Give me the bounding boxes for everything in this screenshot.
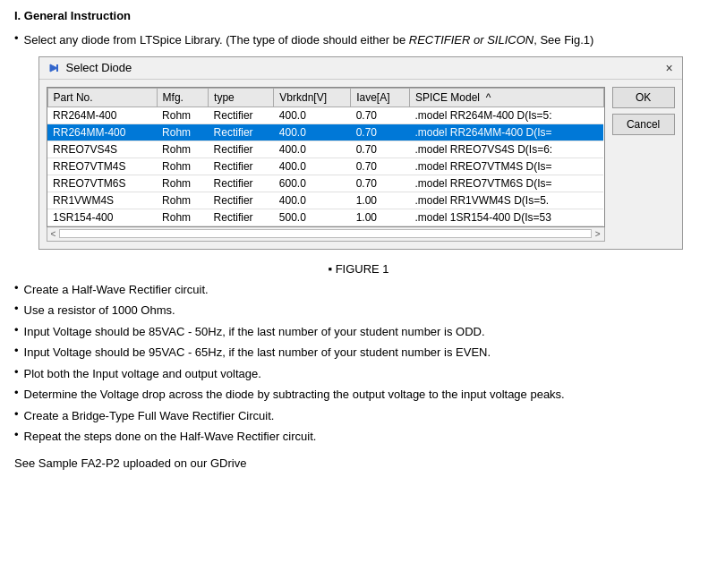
col-mfg: Mfg. [157, 88, 209, 107]
table-cell: 0.70 [351, 141, 410, 158]
table-row[interactable]: RREO7VTM4SRohmRectifier400.00.70.model R… [47, 158, 603, 175]
table-cell: Rectifier [209, 124, 274, 141]
footer-note: See Sample FA2-P2 uploaded on our GDrive [14, 456, 703, 470]
table-cell: Rohm [157, 107, 209, 124]
table-cell: Rectifier [209, 107, 274, 124]
table-cell: 1.00 [351, 192, 410, 209]
dialog-titlebar: Select Diode × [39, 57, 682, 80]
bullet-text: Input Voltage should be 85VAC - 50Hz, if… [24, 323, 485, 341]
table-cell: Rohm [157, 175, 209, 192]
bullet-text: Determine the Voltage drop across the di… [24, 386, 565, 404]
bullet-text: Create a Half-Wave Rectifier circuit. [24, 281, 209, 299]
col-part-no: Part No. [47, 88, 157, 107]
bullet-text: Plot both the Input voltage and output v… [24, 365, 261, 383]
bullet-text: Input Voltage should be 95VAC - 65Hz, if… [24, 344, 491, 362]
table-cell: .model RREO7VS4S D(Is=6: [409, 141, 603, 158]
bullet-symbol: • [14, 365, 19, 379]
bullet-item: •Create a Half-Wave Rectifier circuit. [14, 281, 703, 299]
bullet-text: Repeat the steps done on the Half-Wave R… [24, 428, 317, 446]
table-cell: Rectifier [209, 141, 274, 158]
intro-bullet-item: • Select any diode from LTSpice Library.… [14, 31, 703, 257]
bullet-symbol: • [14, 302, 19, 315]
table-cell: 500.0 [274, 209, 351, 226]
bullet-symbol: • [14, 323, 19, 337]
bullet-symbol: • [14, 428, 19, 441]
bullet-text: Create a Bridge-Type Full Wave Rectifier… [24, 407, 275, 425]
col-type: type [209, 88, 274, 107]
bullet-symbol: • [14, 407, 19, 421]
bullet-item: •Input Voltage should be 95VAC - 65Hz, i… [14, 344, 703, 362]
table-cell: RREO7VS4S [47, 141, 157, 158]
table-cell: Rectifier [209, 209, 274, 226]
table-cell: Rohm [157, 209, 209, 226]
table-row[interactable]: RR264M-400RohmRectifier400.00.70.model R… [47, 107, 603, 124]
table-cell: RREO7VTM4S [47, 158, 157, 175]
diode-table: Part No. Mfg. type Vbrkdn[V] Iave[A] SPI… [47, 88, 604, 226]
bullet-item: •Create a Bridge-Type Full Wave Rectifie… [14, 407, 703, 425]
bullet-symbol: • [14, 386, 19, 399]
table-cell: 1.00 [351, 209, 410, 226]
bullets-container: •Create a Half-Wave Rectifier circuit.•U… [14, 281, 703, 446]
table-cell: Rectifier [209, 192, 274, 209]
table-cell: .model RREO7VTM6S D(Is= [409, 175, 603, 192]
svg-marker-0 [50, 64, 57, 72]
col-iave: Iave[A] [351, 88, 410, 107]
figure-caption: ▪ FIGURE 1 [14, 262, 703, 276]
bullet-symbol: • [14, 281, 19, 294]
table-row[interactable]: RREO7VS4SRohmRectifier400.00.70.model RR… [47, 141, 603, 158]
bullet-dot: • [14, 31, 19, 45]
table-row[interactable]: RR1VWM4SRohmRectifier400.01.00.model RR1… [47, 192, 603, 209]
scroll-left-arrow[interactable]: < [51, 229, 56, 239]
cancel-button[interactable]: Cancel [612, 114, 675, 135]
table-cell: .model RR264MM-400 D(Is= [409, 124, 603, 141]
diode-icon [47, 61, 61, 75]
intro-text: Select any diode from LTSpice Library. (… [24, 33, 594, 47]
table-cell: 0.70 [351, 175, 410, 192]
col-vbrkdn: Vbrkdn[V] [274, 88, 351, 107]
table-body[interactable]: RR264M-400RohmRectifier400.00.70.model R… [47, 107, 603, 226]
bullet-item: •Use a resistor of 1000 Ohms. [14, 302, 703, 320]
bullet-text: Use a resistor of 1000 Ohms. [24, 302, 175, 320]
table-cell: 1SR154-400 [47, 209, 157, 226]
table-cell: Rohm [157, 158, 209, 175]
scroll-right-arrow[interactable]: > [595, 229, 601, 239]
table-cell: Rohm [157, 124, 209, 141]
dialog-table-area: Part No. Mfg. type Vbrkdn[V] Iave[A] SPI… [47, 87, 605, 242]
dialog-buttons: OK Cancel [612, 87, 675, 242]
bullet-item: •Plot both the Input voltage and output … [14, 365, 703, 383]
ok-button[interactable]: OK [612, 87, 675, 108]
table-row[interactable]: RREO7VTM6SRohmRectifier600.00.70.model R… [47, 175, 603, 192]
bullet-item: •Input Voltage should be 85VAC - 50Hz, i… [14, 323, 703, 341]
horizontal-scrollbar[interactable]: < > [47, 227, 605, 242]
table-cell: .model 1SR154-400 D(Is=53 [409, 209, 603, 226]
bullet-item: •Repeat the steps done on the Half-Wave … [14, 428, 703, 446]
select-diode-dialog: Select Diode × Part No. Mfg. type [38, 56, 683, 250]
table-cell: Rohm [157, 192, 209, 209]
table-cell: 400.0 [274, 192, 351, 209]
dialog-title-left: Select Diode [47, 61, 132, 75]
table-cell: .model RREO7VTM4S D(Is= [409, 158, 603, 175]
table-cell: 0.70 [351, 124, 410, 141]
table-cell: RR264M-400 [47, 107, 157, 124]
scroll-track[interactable] [59, 229, 591, 238]
table-cell: .model RR1VWM4S D(Is=5. [409, 192, 603, 209]
data-table-wrapper: Part No. Mfg. type Vbrkdn[V] Iave[A] SPI… [47, 87, 605, 227]
section-title: I. General Instruction [14, 9, 703, 22]
table-row[interactable]: 1SR154-400RohmRectifier500.01.00.model 1… [47, 209, 603, 226]
bullet-symbol: • [14, 344, 19, 357]
table-cell: Rectifier [209, 158, 274, 175]
table-header: Part No. Mfg. type Vbrkdn[V] Iave[A] SPI… [47, 88, 603, 107]
table-cell: 400.0 [274, 141, 351, 158]
table-cell: 0.70 [351, 158, 410, 175]
bullet-item: •Determine the Voltage drop across the d… [14, 386, 703, 404]
dialog-content: Part No. Mfg. type Vbrkdn[V] Iave[A] SPI… [39, 80, 682, 249]
table-row[interactable]: RR264MM-400RohmRectifier400.00.70.model … [47, 124, 603, 141]
table-cell: RR1VWM4S [47, 192, 157, 209]
dialog-title: Select Diode [66, 61, 132, 74]
table-cell: RR264MM-400 [47, 124, 157, 141]
table-cell: RREO7VTM6S [47, 175, 157, 192]
table-cell: .model RR264M-400 D(Is=5: [409, 107, 603, 124]
dialog-close-button[interactable]: × [663, 61, 674, 75]
table-cell: 400.0 [274, 124, 351, 141]
table-cell: 600.0 [274, 175, 351, 192]
